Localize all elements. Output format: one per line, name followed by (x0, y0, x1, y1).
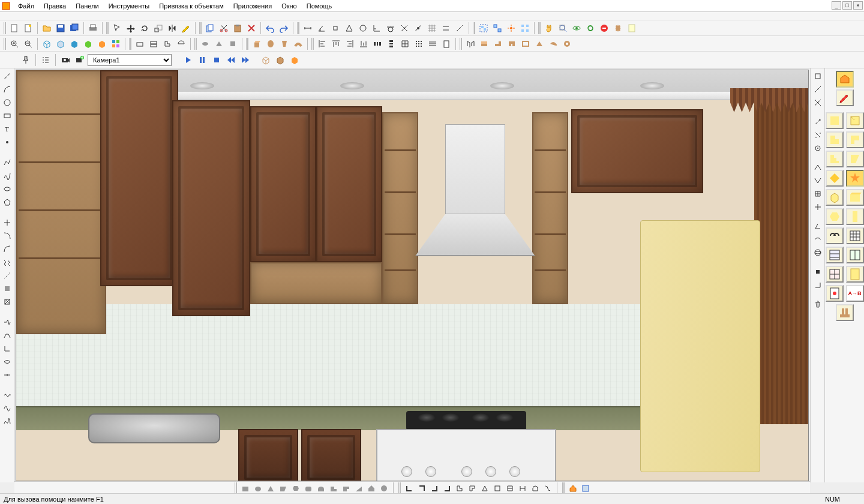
panel-shape-corner[interactable] (846, 131, 864, 148)
shape-j[interactable] (353, 483, 364, 494)
help-icon[interactable] (625, 22, 638, 35)
undo-icon[interactable] (263, 22, 277, 35)
zoom-out-icon[interactable] (22, 37, 35, 50)
path-d-icon[interactable] (2, 356, 13, 367)
array-icon[interactable] (518, 22, 532, 35)
shape-i[interactable] (341, 483, 352, 494)
panel-sheet-b[interactable] (826, 285, 844, 302)
fill-icon[interactable] (2, 283, 13, 294)
profile-e[interactable] (454, 483, 465, 494)
grip-icon[interactable] (562, 482, 565, 494)
cut-icon[interactable] (217, 22, 230, 35)
profile-h[interactable] (492, 483, 503, 494)
wall-h-icon[interactable] (560, 37, 574, 50)
view-shaded-icon[interactable] (68, 37, 81, 50)
explode-icon[interactable] (505, 22, 518, 35)
panel-shape-step[interactable] (826, 151, 844, 167)
globe-icon[interactable] (812, 247, 823, 258)
arc-icon[interactable] (2, 84, 13, 95)
refresh-icon[interactable] (584, 22, 597, 35)
anchor-11-icon[interactable] (812, 221, 823, 232)
close-button[interactable]: × (853, 1, 863, 10)
layer-c-icon[interactable] (161, 37, 174, 50)
panel-structure[interactable] (836, 304, 854, 321)
menu-apps[interactable]: Приложения (229, 1, 277, 11)
snap-parallel-icon[interactable] (439, 22, 452, 35)
copy-icon[interactable] (203, 22, 217, 35)
anchor-9-icon[interactable] (812, 188, 823, 199)
extrude-icon[interactable] (250, 37, 263, 50)
path-a-icon[interactable] (2, 317, 13, 328)
menu-window[interactable]: Окно (277, 1, 302, 11)
grip-icon[interactable] (297, 22, 299, 34)
profile-i[interactable] (505, 483, 515, 494)
revolve-icon[interactable] (264, 37, 277, 50)
anchor-1-icon[interactable] (812, 71, 823, 82)
camera-select[interactable]: Камера1 (88, 54, 172, 66)
curve-b-icon[interactable] (2, 244, 13, 254)
grip-icon[interactable] (235, 482, 237, 494)
move-icon[interactable] (124, 22, 137, 35)
panel-shape-diamond[interactable] (826, 170, 844, 187)
ungroup-icon[interactable] (491, 22, 504, 35)
wall-e-icon[interactable] (519, 37, 532, 50)
panel-link[interactable] (826, 227, 844, 244)
shape-oval-icon[interactable] (199, 37, 212, 50)
clipboard-icon[interactable] (440, 37, 453, 50)
camera-add-icon[interactable] (73, 53, 86, 67)
room-icon[interactable] (580, 483, 591, 494)
panel-shape-box[interactable] (846, 189, 864, 206)
menu-file[interactable]: Файл (13, 1, 39, 11)
shape-c[interactable] (265, 483, 276, 494)
panel-shape-tall[interactable] (846, 208, 864, 225)
wall-a-icon[interactable] (464, 37, 477, 50)
wall-g-icon[interactable] (547, 37, 560, 50)
wall-b-icon[interactable] (478, 37, 491, 50)
grid-toggle-icon[interactable] (398, 37, 412, 50)
sine-icon[interactable] (2, 403, 13, 414)
panel-sheet-a[interactable] (846, 266, 864, 283)
pointer-icon[interactable] (110, 22, 124, 35)
panel-shape-l[interactable] (826, 131, 844, 148)
maximize-button[interactable]: □ (842, 1, 852, 10)
panel-shape-notch[interactable] (846, 112, 864, 129)
panel-shape-hex[interactable] (826, 208, 844, 225)
zoom-extents-icon[interactable] (556, 22, 569, 35)
snap-mid-icon[interactable] (343, 22, 356, 35)
grid-dots-icon[interactable] (412, 37, 425, 50)
menu-snap[interactable]: Привязка к объектам (154, 1, 229, 11)
panel-shape-cube[interactable] (826, 189, 844, 206)
profile-g[interactable] (479, 483, 490, 494)
path-b-icon[interactable] (2, 330, 13, 341)
view-wireframe-icon[interactable] (40, 37, 53, 50)
cube-wire-icon[interactable] (259, 53, 272, 67)
axis-icon[interactable] (2, 217, 13, 228)
anchor-10-icon[interactable] (812, 202, 823, 212)
grip-icon[interactable] (129, 38, 131, 50)
redo-icon[interactable] (277, 22, 290, 35)
shape-g[interactable] (316, 483, 326, 494)
rewind-icon[interactable] (224, 53, 238, 67)
layer-d-icon[interactable] (175, 37, 188, 50)
rectangle-icon[interactable] (2, 110, 13, 121)
view-render-icon[interactable] (95, 37, 109, 50)
freehand-icon[interactable] (2, 416, 13, 427)
anchor-2-icon[interactable] (812, 84, 823, 95)
profile-f[interactable] (467, 483, 478, 494)
home-icon[interactable] (568, 483, 578, 494)
hand-icon[interactable] (542, 22, 556, 35)
wall-d-icon[interactable] (505, 37, 518, 50)
grip-icon[interactable] (460, 38, 462, 50)
wall-f-icon[interactable] (533, 37, 546, 50)
group-icon[interactable] (477, 22, 490, 35)
grid-lines-icon[interactable] (426, 37, 439, 50)
paste-icon[interactable] (231, 22, 244, 35)
cube-shaded-icon[interactable] (288, 53, 301, 67)
snap-extension-icon[interactable] (453, 22, 466, 35)
profile-a[interactable] (404, 483, 415, 494)
grip-icon[interactable] (199, 22, 202, 34)
trash-icon[interactable] (812, 299, 823, 310)
spline-icon[interactable] (2, 170, 13, 181)
profile-l[interactable] (542, 483, 553, 494)
new-wizard-icon[interactable] (22, 22, 35, 35)
